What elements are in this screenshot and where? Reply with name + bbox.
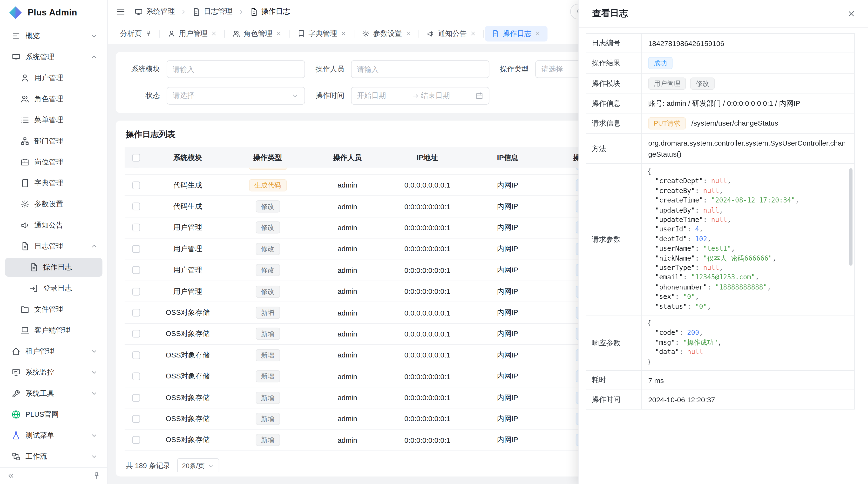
collapse-sidebar-icon[interactable] — [7, 472, 15, 480]
close-tab-icon[interactable] — [535, 30, 541, 36]
row-checkbox[interactable] — [132, 168, 140, 168]
operator-input-field[interactable] — [357, 65, 483, 73]
cell-op-type: 新增 — [227, 434, 308, 446]
close-tab-icon[interactable] — [405, 30, 411, 36]
sidebar-item[interactable]: 系统管理 — [5, 47, 102, 66]
sidebar-menu: 概览 系统管理 用户管理 角色管理 菜单管理 部门管理 岗位管理 字典管理 — [0, 26, 107, 467]
test-icon — [11, 431, 21, 440]
hamburger-menu-icon[interactable] — [116, 7, 126, 17]
breadcrumb-item[interactable]: 系统管理 — [134, 7, 175, 17]
close-tab-icon[interactable] — [340, 30, 346, 36]
sidebar-item[interactable]: 通知公告 — [5, 216, 102, 234]
chevron-down-icon — [291, 92, 299, 100]
pin-sidebar-icon[interactable] — [92, 472, 100, 480]
cell-op-type: 新增 — [227, 349, 308, 361]
overview-icon — [11, 32, 21, 40]
sidebar-item[interactable]: 客户端管理 — [5, 321, 102, 340]
operator-input[interactable] — [351, 60, 490, 78]
op-type-badge: 新增 — [255, 306, 280, 319]
sidebar-item[interactable]: 日志管理 — [5, 237, 102, 256]
sidebar-item[interactable]: 操作日志 — [5, 258, 102, 277]
tab[interactable]: 分析页 — [114, 26, 159, 41]
date-range-picker[interactable]: 开始日期 结束日期 — [351, 87, 490, 104]
row-checkbox[interactable] — [132, 373, 140, 380]
cell-ip-info: 内网IP — [468, 393, 548, 402]
chevron-down-icon — [207, 463, 214, 470]
sidebar-item-label: 系统管理 — [26, 52, 90, 62]
sidebar-item[interactable]: 系统监控 — [5, 363, 102, 382]
tab[interactable]: 角色管理 — [226, 26, 288, 41]
sidebar-item[interactable]: 测试菜单 — [5, 426, 102, 445]
row-checkbox[interactable] — [132, 288, 140, 295]
module-input-field[interactable] — [173, 65, 299, 73]
page-size-select[interactable]: 20条/页 — [177, 458, 219, 472]
tenant-icon — [11, 347, 21, 356]
arrow-right-icon — [411, 92, 419, 99]
close-tab-icon[interactable] — [211, 30, 217, 36]
sidebar-item[interactable]: 概览 — [5, 27, 102, 45]
select-all-checkbox[interactable] — [132, 154, 140, 161]
row-checkbox[interactable] — [132, 245, 140, 253]
filter-label-status: 状态 — [127, 91, 160, 101]
sidebar-item[interactable]: 岗位管理 — [5, 153, 102, 172]
sidebar-item[interactable]: 系统工具 — [5, 384, 102, 403]
tab[interactable]: 用户管理 — [161, 26, 223, 41]
row-checkbox[interactable] — [132, 202, 140, 210]
sidebar-item[interactable]: 参数设置 — [5, 195, 102, 214]
field-label-result: 操作结果 — [586, 53, 641, 73]
request-params-code[interactable]: { "createDept": null, "createBy": null, … — [641, 163, 855, 315]
chevron-up-icon — [90, 53, 98, 61]
json-code-block[interactable]: { "createDept": null, "createBy": null, … — [642, 164, 854, 315]
sidebar-item-label: 用户管理 — [34, 73, 98, 83]
sidebar-item-label: PLUS官网 — [26, 410, 98, 419]
sidebar-item[interactable]: 部门管理 — [5, 132, 102, 151]
row-checkbox[interactable] — [132, 415, 140, 423]
close-tab-icon[interactable] — [276, 30, 282, 36]
row-checkbox[interactable] — [132, 266, 140, 274]
tab[interactable]: 参数设置 — [355, 26, 418, 41]
sidebar-item[interactable]: 角色管理 — [5, 90, 102, 108]
row-checkbox[interactable] — [132, 351, 140, 359]
cell-op-type: 新增 — [227, 306, 308, 319]
field-label-op-time: 操作时间 — [586, 390, 641, 409]
module-input[interactable] — [166, 60, 305, 78]
close-tab-icon[interactable] — [470, 30, 476, 36]
total-records: 共 189 条记录 — [126, 461, 170, 471]
field-value-request: PUT请求/system/user/changeStatus — [641, 113, 855, 134]
sidebar-item[interactable]: 文件管理 — [5, 300, 102, 319]
param-icon — [362, 30, 370, 37]
sidebar-item[interactable]: 字典管理 — [5, 174, 102, 193]
tab[interactable]: 通知公告 — [420, 26, 483, 41]
sidebar-footer — [0, 467, 107, 484]
sidebar-item[interactable]: PLUS官网 — [5, 405, 102, 424]
sidebar-item[interactable]: 工作流 — [5, 447, 102, 466]
row-checkbox[interactable] — [132, 224, 140, 232]
tab[interactable]: 操作日志 — [485, 26, 547, 41]
op-type-badge: 新增 — [255, 349, 280, 361]
breadcrumb-item-current[interactable]: 操作日志 — [250, 7, 290, 17]
cell-op-type: 修改 — [227, 200, 308, 213]
row-checkbox[interactable] — [132, 394, 140, 401]
row-checkbox[interactable] — [132, 330, 140, 338]
row-checkbox[interactable] — [132, 181, 140, 189]
tab-label: 分析页 — [120, 28, 142, 38]
field-value-op-time: 2024-10-06 12:20:37 — [641, 390, 855, 409]
breadcrumb-item[interactable]: 日志管理 — [192, 7, 233, 17]
sidebar-item[interactable]: 登录日志 — [5, 279, 102, 298]
chevron-right-icon — [238, 8, 245, 15]
start-date-placeholder: 开始日期 — [357, 91, 409, 101]
code-scrollbar[interactable] — [849, 168, 852, 266]
row-checkbox[interactable] — [132, 309, 140, 317]
cell-operator: admin — [308, 168, 387, 168]
sidebar-item[interactable]: 用户管理 — [5, 69, 102, 88]
close-icon[interactable] — [847, 9, 856, 18]
sidebar-item[interactable]: 租户管理 — [5, 342, 102, 361]
sidebar-item-label: 操作日志 — [43, 262, 98, 272]
cell-module: 用户管理 — [148, 244, 227, 254]
status-select[interactable]: 请选择 — [166, 87, 305, 104]
sidebar-item[interactable]: 菜单管理 — [5, 110, 102, 129]
user-icon — [168, 30, 176, 37]
tab[interactable]: 字典管理 — [290, 26, 353, 41]
row-checkbox[interactable] — [132, 436, 140, 444]
drawer-title: 查看日志 — [592, 8, 628, 19]
